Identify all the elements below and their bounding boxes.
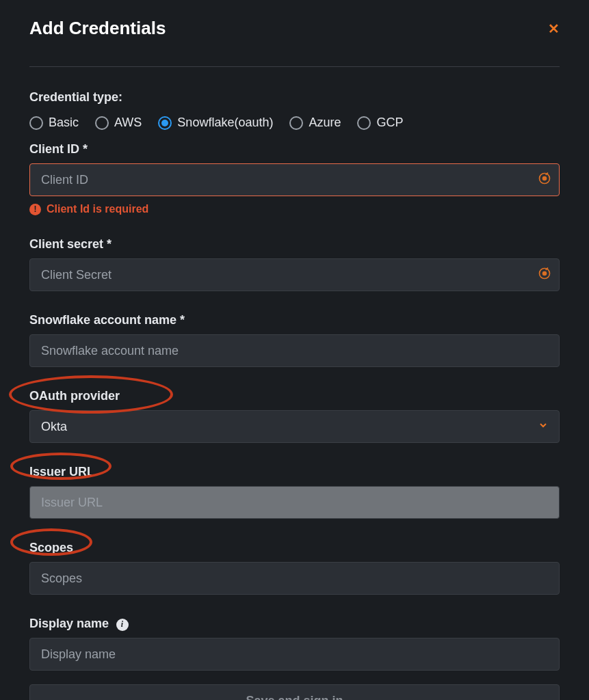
radio-icon bbox=[158, 116, 172, 130]
radio-aws[interactable]: AWS bbox=[95, 116, 142, 130]
client-id-error: ! Client Id is required bbox=[29, 203, 560, 215]
account-name-label: Snowflake account name * bbox=[29, 313, 185, 327]
radio-icon bbox=[289, 116, 303, 130]
radio-basic-label: Basic bbox=[49, 116, 79, 130]
radio-aws-label: AWS bbox=[114, 116, 142, 130]
field-scopes: Scopes bbox=[29, 534, 560, 595]
modal-title: Add Credentials bbox=[29, 18, 166, 39]
radio-icon bbox=[95, 116, 109, 130]
save-and-sign-in-button[interactable]: Save and sign in bbox=[29, 684, 560, 700]
svg-point-3 bbox=[543, 272, 547, 275]
chevron-down-icon bbox=[538, 420, 549, 433]
display-name-label: Display name bbox=[29, 617, 109, 631]
issuer-url-input-wrap bbox=[29, 486, 560, 519]
oauth-provider-label: OAuth provider bbox=[29, 389, 120, 403]
radio-gcp-label: GCP bbox=[376, 116, 403, 130]
radio-azure[interactable]: Azure bbox=[289, 116, 341, 130]
client-secret-label: Client secret * bbox=[29, 237, 112, 252]
field-issuer-url: Issuer URL bbox=[29, 458, 560, 519]
issuer-url-label: Issuer URL bbox=[29, 465, 94, 479]
credential-type-label: Credential type: bbox=[29, 90, 560, 105]
client-secret-input-wrap bbox=[29, 258, 560, 291]
scopes-input[interactable] bbox=[29, 562, 560, 595]
client-id-label: Client ID * bbox=[29, 142, 88, 157]
radio-gcp[interactable]: GCP bbox=[357, 116, 403, 130]
oauth-provider-select-wrap[interactable]: Okta bbox=[29, 410, 560, 443]
modal-header: Add Credentials ✕ bbox=[29, 18, 560, 67]
vault-icon[interactable] bbox=[538, 172, 551, 188]
error-icon: ! bbox=[29, 204, 41, 215]
display-name-input-wrap bbox=[29, 638, 560, 671]
radio-basic[interactable]: Basic bbox=[29, 116, 79, 130]
account-name-input-wrap bbox=[29, 334, 560, 367]
client-secret-input[interactable] bbox=[29, 258, 560, 291]
svg-point-1 bbox=[543, 177, 547, 180]
vault-icon[interactable] bbox=[538, 267, 551, 283]
field-display-name: Display name i bbox=[29, 610, 560, 671]
radio-icon bbox=[357, 116, 371, 130]
field-account-name: Snowflake account name * bbox=[29, 306, 560, 367]
credential-type-section: Credential type: Basic AWS Snowflake(oau… bbox=[29, 90, 560, 130]
field-client-id: Client ID * ! Client Id is required bbox=[29, 135, 560, 215]
info-icon[interactable]: i bbox=[116, 619, 129, 631]
radio-snowflake-label: Snowflake(oauth) bbox=[177, 116, 273, 130]
oauth-provider-select[interactable]: Okta bbox=[29, 410, 560, 443]
scopes-input-wrap bbox=[29, 562, 560, 595]
close-icon[interactable]: ✕ bbox=[548, 22, 560, 36]
radio-azure-label: Azure bbox=[309, 116, 341, 130]
client-id-input-wrap bbox=[29, 163, 560, 196]
radio-icon bbox=[29, 116, 43, 130]
credential-type-radio-group: Basic AWS Snowflake(oauth) Azure GCP bbox=[29, 116, 560, 130]
radio-snowflake-oauth[interactable]: Snowflake(oauth) bbox=[158, 116, 273, 130]
field-oauth-provider: OAuth provider Okta bbox=[29, 382, 560, 443]
scopes-label: Scopes bbox=[29, 541, 73, 555]
issuer-url-input[interactable] bbox=[29, 486, 560, 519]
client-id-input[interactable] bbox=[29, 163, 560, 196]
client-id-error-text: Client Id is required bbox=[47, 203, 148, 215]
field-client-secret: Client secret * bbox=[29, 230, 560, 291]
display-name-input[interactable] bbox=[29, 638, 560, 671]
account-name-input[interactable] bbox=[29, 334, 560, 367]
